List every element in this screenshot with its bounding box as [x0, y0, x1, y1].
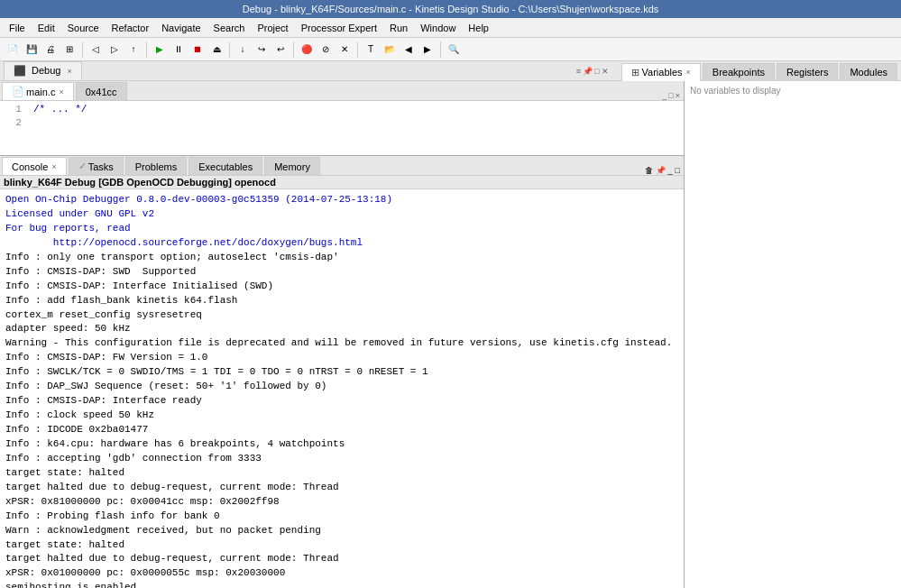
console-line: Info : only one transport option; autose… [5, 251, 678, 265]
console-line: Warn : acknowledgment received, but no p… [5, 524, 678, 538]
executables-tab[interactable]: Executables [188, 157, 262, 175]
variables-empty: No variables to display [688, 85, 897, 96]
tb-props[interactable]: ⊞ [60, 41, 78, 59]
menu-refactor[interactable]: Refactor [106, 21, 155, 35]
variables-content: No variables to display [685, 81, 901, 588]
console-line: Info : add flash_bank kinetis k64.flash [5, 294, 678, 308]
tb-save[interactable]: 💾 [23, 41, 41, 59]
console-line: Info : SWCLK/TCK = 0 SWDIO/TMS = 1 TDI =… [5, 365, 678, 380]
console-line: target state: halted [5, 466, 678, 481]
console-line: Info : clock speed 50 kHz [5, 409, 678, 423]
tb-step-into[interactable]: ↓ [234, 41, 252, 59]
tb-prev-edit[interactable]: ◀ [400, 41, 418, 59]
memory-tab[interactable]: Memory [264, 157, 320, 175]
console-line: adapter speed: 50 kHz [5, 322, 678, 336]
menu-window[interactable]: Window [415, 21, 461, 35]
tb-next-edit[interactable]: ▶ [418, 41, 437, 59]
console-section: Console × ✓ Tasks Problems Executables M… [0, 155, 684, 588]
console-line: xPSR: 0x81000000 pc: 0x00041cc msp: 0x20… [5, 495, 678, 510]
tb-step-over[interactable]: ↪ [253, 41, 271, 59]
menu-help[interactable]: Help [463, 21, 494, 35]
tb-suspend[interactable]: ⏸ [170, 41, 188, 59]
tb-stop[interactable]: ⏹ [188, 41, 207, 59]
left-panel: 📄 main.c × 0x41cc _ □ × 1 /* ... */ 2 Co [0, 81, 685, 588]
console-clear[interactable]: 🗑 [645, 166, 653, 175]
console-line: Info : IDCODE 0x2ba01477 [5, 423, 678, 437]
tb-up[interactable]: ↑ [124, 41, 143, 59]
console-close[interactable]: × [51, 162, 56, 171]
source-tab-addr[interactable]: 0x41cc [76, 82, 127, 100]
menu-project[interactable]: Project [252, 21, 293, 35]
console-line: Info : CMSIS-DAP: Interface ready [5, 394, 678, 409]
tb-search[interactable]: 🔍 [445, 41, 463, 59]
source-tab-row: 📄 main.c × 0x41cc _ □ × [0, 81, 684, 101]
tab-modules[interactable]: Modules [840, 63, 897, 81]
tb-open-resource[interactable]: 📂 [381, 41, 399, 59]
tb-open-type[interactable]: T [362, 41, 380, 59]
tab-registers[interactable]: Registers [777, 63, 838, 81]
console-line: Info : CMSIS-DAP: Interface Initialised … [5, 280, 678, 294]
console-tabbar: Console × ✓ Tasks Problems Executables M… [0, 156, 684, 176]
debug-tab-close[interactable]: × [68, 67, 72, 76]
tb-step-return[interactable]: ↩ [271, 41, 290, 59]
right-panel: No variables to display [685, 81, 901, 588]
debug-tab-icon: ⬛ [14, 65, 26, 76]
menu-file[interactable]: File [4, 21, 31, 35]
source-panel-maximize[interactable]: □ [668, 91, 673, 100]
tb-back[interactable]: ◁ [87, 41, 105, 59]
window-title: Debug - blinky_K64F/Sources/main.c - Kin… [243, 4, 659, 14]
source-panel-minimize[interactable]: _ [662, 91, 667, 100]
menu-edit[interactable]: Edit [32, 21, 60, 35]
console-maximize[interactable]: □ [676, 166, 680, 175]
console-line: Info : DAP_SWJ Sequence (reset: 50+ '1' … [5, 380, 678, 394]
problems-tab[interactable]: Problems [125, 157, 187, 175]
menu-processor-expert[interactable]: Processor Expert [296, 21, 382, 35]
tasks-tab[interactable]: ✓ Tasks [69, 157, 124, 175]
console-line: cortex_m reset_config sysresetreq [5, 308, 678, 323]
menu-run[interactable]: Run [384, 21, 413, 35]
console-line: For bug reports, read [5, 222, 678, 236]
console-line: xPSR: 0x01000000 pc: 0x0000055c msp: 0x2… [5, 566, 678, 581]
console-line: Info : Probing flash info for bank 0 [5, 510, 678, 524]
tb-remove-bkpt[interactable]: ✕ [336, 41, 354, 59]
console-tab[interactable]: Console × [2, 157, 67, 175]
tb-disconnect[interactable]: ⏏ [207, 41, 225, 59]
tb-sep-4 [293, 41, 294, 58]
menu-search[interactable]: Search [208, 21, 251, 35]
source-tab-main-c[interactable]: 📄 main.c × [2, 82, 74, 100]
console-line: Licensed under GNU GPL v2 [5, 207, 678, 222]
console-minimize[interactable]: _ [668, 166, 673, 175]
debug-tab[interactable]: ⬛ Debug × [4, 61, 82, 80]
tab-variables[interactable]: ⊞ Variables × [621, 63, 701, 81]
source-panel-close[interactable]: × [676, 91, 680, 100]
menu-bar: File Edit Source Refactor Navigate Searc… [0, 18, 901, 38]
menu-navigate[interactable]: Navigate [156, 21, 206, 35]
console-line: Info : accepting 'gdb' connection from 3… [5, 452, 678, 466]
console-line: target state: halted [5, 538, 678, 553]
console-line: Open On-Chip Debugger 0.8.0-dev-00003-g0… [5, 193, 678, 207]
debug-tabbar: ⬛ Debug × ≡ 📌 □ ✕ ⊞ Variables × Breakpoi… [0, 61, 901, 81]
tab-breakpoints[interactable]: Breakpoints [703, 63, 775, 81]
console-line: target halted due to debug-request, curr… [5, 552, 678, 566]
tb-sep-5 [357, 41, 358, 58]
tb-fwd[interactable]: ▷ [106, 41, 124, 59]
console-lines: Open On-Chip Debugger 0.8.0-dev-00003-g0… [5, 193, 678, 588]
menu-source[interactable]: Source [62, 21, 105, 35]
tb-sep-3 [229, 41, 230, 58]
variables-tab-close[interactable]: × [686, 68, 691, 77]
toolbar: 📄 💾 🖨 ⊞ ◁ ▷ ↑ ▶ ⏸ ⏹ ⏏ ↓ ↪ ↩ 🔴 ⊘ ✕ T 📂 ◀ … [0, 38, 901, 61]
console-line: Warning - This configuration file is dep… [5, 336, 678, 351]
tb-sep-2 [146, 41, 147, 58]
tb-toggle-bkpt[interactable]: 🔴 [298, 41, 316, 59]
tb-print[interactable]: 🖨 [41, 41, 60, 59]
console-output[interactable]: Open On-Chip Debugger 0.8.0-dev-00003-g0… [0, 189, 684, 588]
tb-sep-6 [440, 41, 441, 58]
console-line: semihosting is enabled [5, 581, 678, 588]
console-line: Info : CMSIS-DAP: FW Version = 1.0 [5, 351, 678, 365]
tb-run[interactable]: ▶ [151, 41, 169, 59]
console-line: Info : CMSIS-DAP: SWD Supported [5, 265, 678, 280]
console-pin[interactable]: 📌 [656, 166, 666, 175]
source-area[interactable]: 1 /* ... */ 2 [0, 101, 684, 155]
tb-new[interactable]: 📄 [4, 41, 22, 59]
tb-skip-bkpt[interactable]: ⊘ [317, 41, 335, 59]
